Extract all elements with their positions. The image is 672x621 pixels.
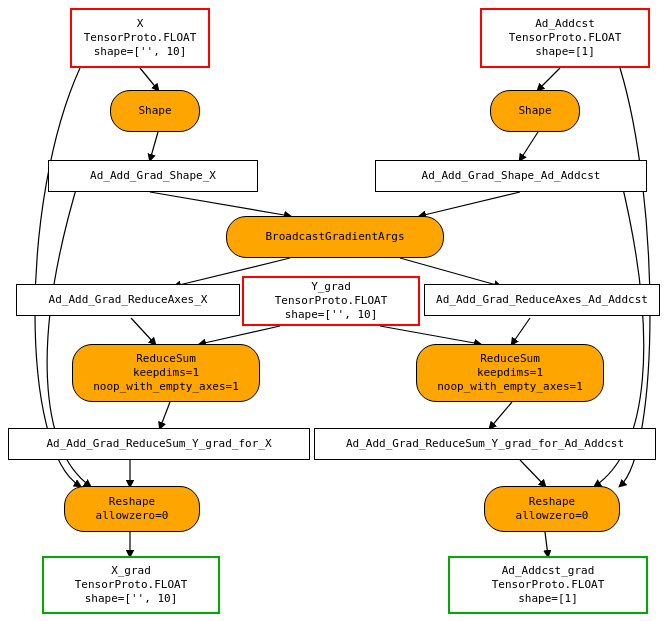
node-shape-left: Shape (110, 90, 200, 132)
node-ad-add-grad-reduceaxes-x: Ad_Add_Grad_ReduceAxes_X (16, 284, 240, 316)
svg-line-11 (512, 318, 530, 344)
node-Ad-Addcst: Ad_Addcst TensorProto.FLOAT shape=[1] (480, 8, 650, 68)
node-ad-add-grad-reducesum-y-grad-for-ad-addcst: Ad_Add_Grad_ReduceSum_Y_grad_for_Ad_Addc… (314, 428, 656, 460)
node-Y-grad: Y_grad TensorProto.FLOAT shape=['', 10] (242, 276, 420, 326)
svg-line-10 (380, 326, 480, 344)
node-X-grad: X_grad TensorProto.FLOAT shape=['', 10] (42, 556, 220, 614)
node-Ad-Addcst-grad: Ad_Addcst_grad TensorProto.FLOAT shape=[… (448, 556, 648, 614)
svg-line-17 (545, 532, 548, 556)
node-broadcast-gradient-args: BroadcastGradientArgs (226, 216, 444, 258)
svg-line-13 (490, 402, 512, 428)
node-shape-right: Shape (490, 90, 580, 132)
node-ad-add-grad-reduceaxes-ad-addcst: Ad_Add_Grad_ReduceAxes_Ad_Addcst (424, 284, 660, 316)
node-ad-add-grad-shape-x: Ad_Add_Grad_Shape_X (48, 160, 258, 192)
node-X: X TensorProto.FLOAT shape=['', 10] (70, 8, 210, 68)
svg-line-2 (150, 132, 158, 160)
node-reducesum-left: ReduceSum keepdims=1 noop_with_empty_axe… (72, 344, 260, 402)
svg-line-3 (520, 132, 538, 160)
node-ad-add-grad-reducesum-y-grad-for-x: Ad_Add_Grad_ReduceSum_Y_grad_for_X (8, 428, 310, 460)
svg-line-1 (538, 68, 560, 90)
svg-line-12 (160, 402, 170, 428)
svg-line-9 (200, 326, 280, 344)
svg-line-15 (520, 460, 545, 486)
svg-line-4 (150, 192, 290, 216)
node-reshape-right: Reshape allowzero=0 (484, 486, 620, 532)
canvas: X TensorProto.FLOAT shape=['', 10] Ad_Ad… (0, 0, 672, 621)
node-reshape-left: Reshape allowzero=0 (64, 486, 200, 532)
svg-line-8 (131, 318, 155, 344)
node-reducesum-right: ReduceSum keepdims=1 noop_with_empty_axe… (416, 344, 604, 402)
node-ad-add-grad-shape-ad-addcst: Ad_Add_Grad_Shape_Ad_Addcst (375, 160, 647, 192)
svg-line-5 (420, 192, 520, 216)
svg-line-0 (140, 68, 158, 90)
